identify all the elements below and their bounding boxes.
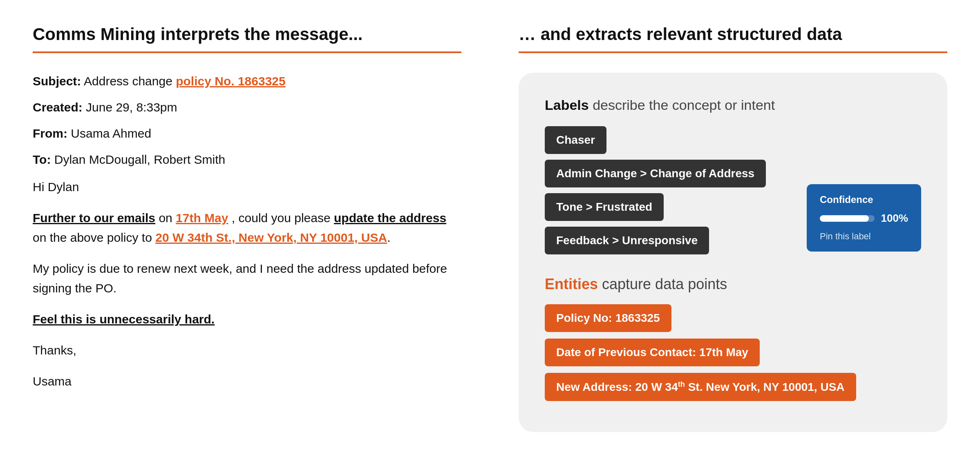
para1-address[interactable]: 20 W 34th St., New York, NY 10001, USA [155, 231, 387, 244]
labels-heading-bold: Labels [545, 97, 589, 113]
labels-heading: Labels describe the concept or intent [545, 97, 921, 113]
right-divider [519, 51, 947, 53]
to-field: To: Dylan McDougall, Robert Smith [33, 151, 461, 168]
email-body: Hi Dylan Further to our emails on 17th M… [33, 177, 461, 391]
para1: Further to our emails on 17th May , coul… [33, 208, 461, 247]
para1-pre: Further to our emails [33, 211, 155, 225]
left-title: Comms Mining interprets the message... [33, 25, 461, 44]
para1-bold: update the address [334, 211, 446, 225]
para2: My policy is due to renew next week, and… [33, 259, 461, 298]
to-label: To: [33, 153, 51, 166]
confidence-pct: 100% [881, 212, 908, 225]
para3-text: Feel this is unnecessarily hard. [33, 312, 215, 326]
right-title: … and extracts relevant structured data [519, 25, 947, 44]
sign1: Thanks, [33, 341, 461, 360]
pin-label[interactable]: Pin this label [820, 231, 908, 242]
created-label: Created: [33, 100, 83, 114]
confidence-bar [820, 215, 875, 222]
to-text: Dylan McDougall, Robert Smith [54, 153, 226, 166]
left-panel: Comms Mining interprets the message... S… [33, 25, 486, 432]
created-text: June 29, 8:33pm [86, 100, 177, 114]
entities-heading-orange: Entities [545, 276, 598, 292]
right-panel: … and extracts relevant structured data … [519, 25, 947, 432]
entity-address[interactable]: New Address: 20 W 34th St. New York, NY … [545, 373, 856, 401]
greeting: Hi Dylan [33, 177, 461, 197]
label-chaser[interactable]: Chaser [545, 126, 606, 154]
label-feedback[interactable]: Feedback > Unresponsive [545, 227, 709, 254]
subject-label: Subject: [33, 74, 81, 88]
left-divider [33, 51, 461, 53]
para1-link[interactable]: 17th May [176, 211, 228, 225]
para1-post: , could you please [232, 211, 334, 225]
para1-end: . [387, 231, 390, 244]
from-label: From: [33, 127, 67, 140]
para3: Feel this is unnecessarily hard. [33, 310, 461, 329]
entity-policy[interactable]: Policy No: 1863325 [545, 304, 671, 332]
subject-text: Address change [84, 74, 176, 88]
labels-container: Chaser Admin Change > Change of Address … [545, 126, 921, 254]
from-field: From: Usama Ahmed [33, 125, 461, 142]
labels-heading-plain: describe the concept or intent [589, 97, 775, 113]
label-tone[interactable]: Tone > Frustrated [545, 193, 664, 221]
from-text: Usama Ahmed [71, 127, 151, 140]
confidence-title: Confidence [820, 194, 908, 205]
subject-link[interactable]: policy No. 1863325 [176, 74, 285, 88]
subject-field: Subject: Address change policy No. 18633… [33, 73, 461, 90]
confidence-bar-fill [820, 215, 869, 222]
confidence-bar-row: 100% [820, 212, 908, 225]
right-card: Labels describe the concept or intent Ch… [519, 73, 947, 432]
created-field: Created: June 29, 8:33pm [33, 99, 461, 116]
entities-heading-plain: capture data points [598, 276, 727, 292]
label-admin-change[interactable]: Admin Change > Change of Address [545, 160, 766, 187]
sign2: Usama [33, 372, 461, 391]
confidence-popup: Confidence 100% Pin this label [807, 184, 921, 252]
para1-post2: on the above policy to [33, 231, 155, 244]
entity-date[interactable]: Date of Previous Contact: 17th May [545, 339, 760, 366]
entities-container: Policy No: 1863325 Date of Previous Cont… [545, 304, 921, 401]
entities-heading: Entities capture data points [545, 276, 921, 293]
para1-on: on [159, 211, 176, 225]
